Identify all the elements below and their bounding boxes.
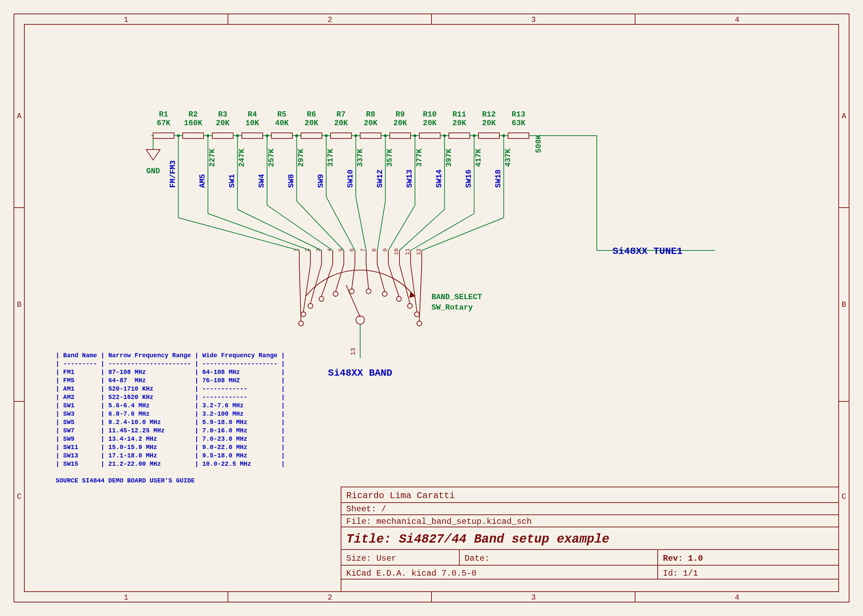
svg-text:20K: 20K (482, 119, 496, 128)
tune-label: Si48XX TUNE1 (613, 246, 683, 257)
tb-size: Size: User (346, 554, 396, 563)
frame-col-bot-3: 3 (531, 593, 535, 602)
svg-line-176 (377, 201, 386, 250)
frame-row-left-B: B (17, 300, 21, 309)
resistor-taps: FM/FM3AM5227KSW1247KSW4257KSW8297KSW9317… (169, 136, 513, 188)
svg-point-143 (308, 303, 313, 308)
switch-type: SW_Rotary (432, 303, 473, 312)
gnd-symbol: GND (146, 136, 160, 176)
svg-text:SW10: SW10 (346, 170, 355, 188)
tune-wire: 500K Si48XX TUNE1 (534, 134, 715, 257)
svg-point-197 (417, 321, 422, 326)
svg-text:SW9: SW9 (317, 174, 325, 188)
svg-rect-66 (419, 133, 440, 138)
svg-text:20K: 20K (452, 119, 466, 128)
svg-text:67K: 67K (157, 119, 170, 128)
svg-text:20K: 20K (304, 119, 318, 128)
svg-point-161 (350, 289, 354, 294)
svg-text:227K: 227K (208, 148, 217, 167)
svg-line-200 (422, 218, 504, 250)
svg-line-162 (352, 264, 355, 289)
svg-rect-18 (183, 133, 203, 138)
svg-text:R3: R3 (218, 110, 227, 119)
svg-line-158 (297, 201, 344, 250)
svg-text:SW1: SW1 (228, 174, 237, 188)
svg-text:R9: R9 (396, 110, 405, 119)
svg-text:12: 12 (416, 248, 422, 255)
frame-col-top-3: 3 (531, 16, 535, 24)
tune-res-label: 500K (534, 134, 543, 153)
svg-line-164 (326, 197, 355, 250)
frame-col-ticks-bottom (228, 592, 635, 602)
svg-line-138 (304, 264, 310, 312)
rotary-switch: 13 Si48XX BAND BAND_SELECT SW_Rotary (306, 270, 482, 379)
frame-col-bot-2: 2 (328, 593, 332, 602)
svg-text:SW13: SW13 (405, 170, 414, 188)
svg-text:R1: R1 (159, 110, 168, 119)
gnd-label: GND (146, 167, 160, 176)
frame-col-top-2: 2 (328, 16, 332, 24)
switch-pin-13: 13 (350, 348, 357, 355)
svg-text:257K: 257K (267, 148, 276, 167)
svg-text:397K: 397K (445, 148, 454, 167)
svg-text:337K: 337K (356, 148, 365, 167)
svg-rect-78 (479, 133, 499, 138)
frame-col-bot-1: 1 (124, 593, 128, 602)
svg-text:SW14: SW14 (435, 170, 444, 188)
svg-point-137 (301, 312, 306, 317)
tb-title: Title: Si4827/44 Band setup example (346, 532, 609, 547)
svg-text:437K: 437K (504, 148, 513, 167)
svg-line-132 (299, 264, 301, 321)
frame-row-right-C: C (841, 492, 846, 501)
resistor-chain: R167KR2160KR320KR410KR540KR620KR720KR820… (151, 110, 538, 138)
tb-sheet: Sheet: / (346, 504, 386, 514)
svg-text:40K: 40K (275, 119, 289, 128)
frame-row-left-C: C (17, 492, 21, 501)
svg-text:FM/FM3: FM/FM3 (169, 160, 178, 188)
svg-text:SW18: SW18 (494, 170, 503, 188)
svg-point-179 (396, 296, 401, 301)
svg-text:20K: 20K (393, 119, 407, 128)
svg-text:11: 11 (405, 248, 411, 255)
svg-text:R12: R12 (482, 110, 496, 119)
svg-text:SW16: SW16 (465, 170, 473, 188)
svg-point-191 (414, 312, 419, 317)
svg-text:20K: 20K (423, 119, 437, 128)
svg-rect-36 (271, 133, 292, 138)
svg-text:R13: R13 (512, 110, 526, 119)
svg-point-131 (299, 321, 304, 326)
svg-text:9: 9 (383, 248, 389, 252)
svg-text:SW8: SW8 (287, 174, 296, 188)
tb-rev: Rev: 1.0 (663, 554, 703, 563)
svg-point-155 (333, 291, 338, 296)
svg-rect-48 (331, 133, 351, 138)
svg-rect-30 (242, 133, 263, 138)
svg-text:R11: R11 (452, 110, 466, 119)
svg-text:SW12: SW12 (376, 170, 384, 188)
frame-col-ticks-top (228, 14, 635, 24)
frame-col-top-4: 4 (735, 16, 739, 24)
svg-text:AM5: AM5 (198, 174, 207, 188)
svg-line-127 (346, 285, 360, 317)
svg-line-170 (356, 197, 367, 250)
svg-line-168 (366, 264, 369, 289)
svg-text:R8: R8 (366, 110, 375, 119)
svg-line-198 (419, 264, 422, 321)
svg-rect-42 (301, 133, 322, 138)
svg-text:20K: 20K (334, 119, 348, 128)
frame-col-bot-4: 4 (735, 593, 739, 602)
svg-text:10K: 10K (245, 119, 259, 128)
svg-rect-24 (212, 133, 233, 138)
svg-rect-84 (508, 133, 529, 138)
svg-text:247K: 247K (238, 148, 246, 167)
svg-text:417K: 417K (474, 148, 483, 167)
frequency-table: | Band Name | Narrow Frequency Range | W… (56, 351, 285, 485)
svg-text:160K: 160K (184, 119, 203, 128)
svg-point-185 (408, 303, 413, 308)
svg-line-192 (411, 264, 417, 312)
band-label: Si48XX BAND (328, 368, 392, 379)
svg-line-146 (238, 209, 322, 250)
tb-file: File: mechanical_band_setup.kicad_sch (346, 517, 532, 526)
svg-text:8: 8 (371, 248, 378, 252)
svg-text:317K: 317K (326, 148, 335, 167)
